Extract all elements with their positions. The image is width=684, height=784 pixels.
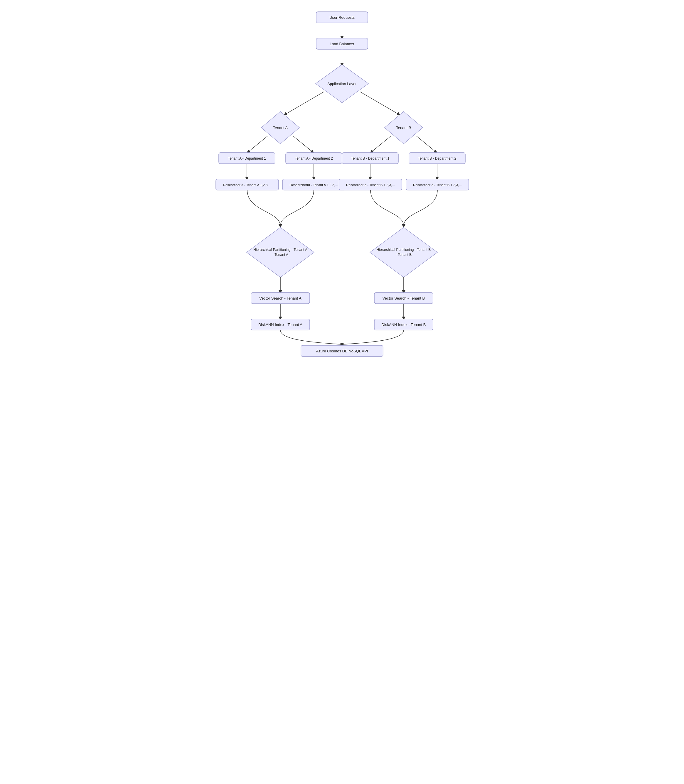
vector-search-a-label: Vector Search - Tenant A [259, 296, 302, 301]
cosmos-db-label: Azure Cosmos DB NoSQL API [316, 349, 368, 353]
tenant-a-label: Tenant A [273, 126, 288, 130]
researcher-a2-label: ResearcherId - Tenant A 1,2,3,... [290, 183, 338, 187]
svg-text:- Tenant B: - Tenant B [396, 253, 411, 257]
svg-line-5 [293, 136, 313, 152]
vector-search-b-label: Vector Search - Tenant B [382, 296, 425, 301]
tenant-b-dept2-label: Tenant B - Department 2 [418, 156, 457, 161]
diskann-b-label: DiskANN Index - Tenant B [382, 322, 426, 327]
tenant-a-dept2-label: Tenant A - Department 2 [295, 156, 333, 161]
researcher-b2-label: ResearcherId - Tenant B 1,2,3,... [413, 183, 462, 187]
svg-line-2 [285, 92, 324, 114]
user-requests-label: User Requests [329, 15, 355, 20]
hier-part-a-node [247, 227, 314, 277]
hier-part-a-label: Hierarchical Partitioning - Tenant A [253, 248, 307, 252]
svg-line-7 [416, 136, 436, 152]
svg-text:- Tenant A: - Tenant A [273, 253, 288, 257]
svg-line-3 [360, 92, 399, 114]
application-layer-label: Application Layer [327, 82, 357, 86]
tenant-a-dept1-label: Tenant A - Department 1 [228, 156, 266, 161]
tenant-b-dept1-label: Tenant B - Department 1 [351, 156, 390, 161]
hier-part-b-node [370, 227, 437, 277]
diskann-a-label: DiskANN Index - Tenant A [258, 322, 302, 327]
svg-line-4 [248, 136, 268, 152]
hier-part-b-label: Hierarchical Partitioning - Tenant B [377, 248, 431, 252]
svg-line-6 [371, 136, 391, 152]
load-balancer-label: Load Balancer [330, 42, 355, 46]
tenant-b-label: Tenant B [396, 126, 411, 130]
researcher-b1-label: ResearcherId - Tenant B 1,2,3,... [346, 183, 395, 187]
architecture-diagram: User Requests Load Balancer Application … [210, 6, 474, 358]
diagram-container: User Requests Load Balancer Application … [210, 6, 474, 359]
researcher-a1-label: ResearcherId - Tenant A 1,2,3,... [223, 183, 271, 187]
